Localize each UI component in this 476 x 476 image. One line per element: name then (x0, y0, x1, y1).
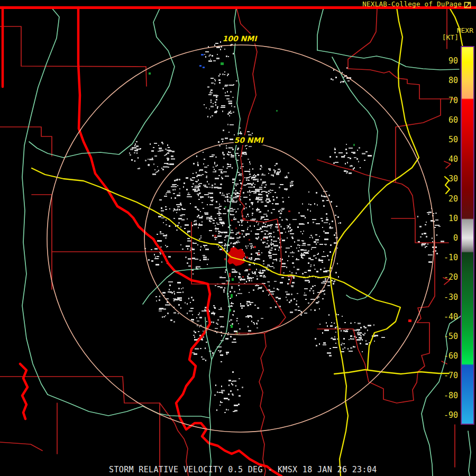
colorbar-tick-70: 70 (448, 96, 458, 105)
colorbar-tick--70: -70 (444, 371, 458, 380)
radar-screen: 100 NMI50 NMI NEXLAB-College of DuPage N… (0, 0, 476, 476)
colorbar-tick--80: -80 (444, 391, 458, 400)
colorbar-tick--50: -50 (444, 332, 458, 341)
radar-map: 100 NMI50 NMI (0, 0, 476, 476)
box-diagonal-icon[interactable] (464, 1, 471, 11)
range-ring-100-NMI (47, 45, 434, 432)
colorbar-tick-0: 0 (453, 233, 458, 243)
rivers (22, 7, 471, 476)
colorbar-unit-label: [KT] (442, 33, 459, 41)
colorbar-tick-40: 40 (448, 154, 458, 164)
colorbar-tick-80: 80 (448, 76, 458, 85)
colorbar-tick--10: -10 (444, 253, 458, 262)
colorbar-tick-60: 60 (448, 115, 458, 125)
colorbar-tick--90: -90 (444, 410, 458, 420)
colorbar-tick-50: 50 (448, 135, 458, 144)
colorbar-tick-90: 90 (448, 56, 458, 66)
colorbar-tick--60: -60 (444, 351, 458, 361)
status-bar-text: STORM RELATIVE VELOCITY 0.5 DEG - KMSX 1… (109, 465, 377, 474)
colorbar-tick-20: 20 (448, 194, 458, 204)
colorbar-tick-10: 10 (448, 214, 458, 223)
highways (32, 7, 463, 476)
colorbar-tick-30: 30 (448, 174, 458, 184)
velocity-colorbar (461, 46, 474, 425)
colorbar-product-label: NEXR (457, 26, 473, 34)
range-ring-label: 100 NMI (223, 34, 258, 43)
range-ring-label: 50 NMI (234, 136, 264, 144)
radar-echoes (129, 41, 444, 413)
app-title[interactable]: NEXLAB-College of DuPage (362, 0, 462, 8)
colorbar-tick--30: -30 (444, 292, 458, 302)
colorbar-tick--20: -20 (444, 272, 458, 282)
colorbar-tick--40: -40 (444, 312, 458, 322)
